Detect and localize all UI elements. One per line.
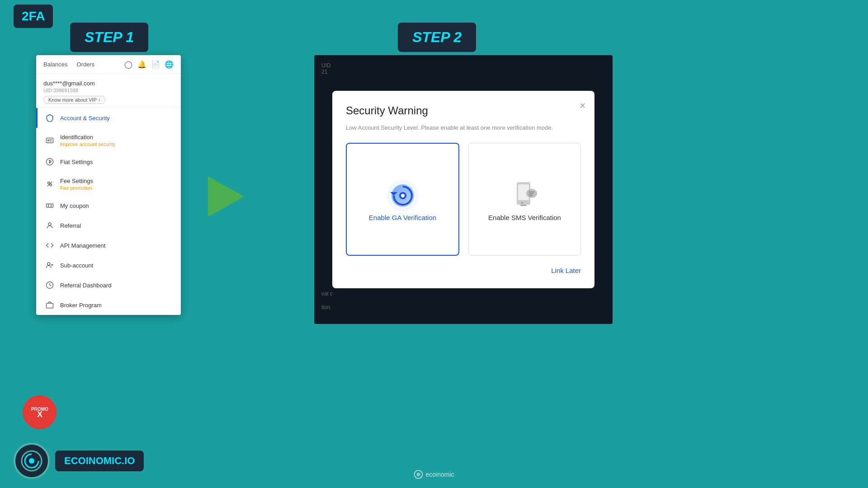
promo-badge: PROMO X bbox=[23, 395, 57, 429]
user-uid: UID:398691598 bbox=[43, 88, 174, 93]
svg-text:X: X bbox=[37, 410, 42, 419]
menu-label-identification: Identification bbox=[60, 134, 93, 141]
menu-item-api[interactable]: API Management bbox=[36, 235, 181, 255]
clock-icon bbox=[45, 280, 55, 290]
bottom-branding: ECOINOMIC.IO bbox=[14, 443, 144, 479]
nav-balances[interactable]: Balances bbox=[43, 61, 67, 68]
person-icon bbox=[45, 221, 55, 230]
menu-item-fee-settings[interactable]: Fee Settings Fee promotion bbox=[36, 172, 181, 196]
menu-label-api: API Management bbox=[60, 242, 105, 249]
svg-point-4 bbox=[50, 184, 52, 186]
menu-item-fiat-settings[interactable]: Fiat Settings bbox=[36, 152, 181, 172]
nav-orders[interactable]: Orders bbox=[76, 61, 94, 68]
code-icon bbox=[45, 240, 55, 250]
svg-point-29 bbox=[416, 473, 420, 476]
modal-close-button[interactable]: × bbox=[580, 100, 585, 112]
ecoinomic-logo-icon bbox=[20, 450, 43, 472]
svg-point-17 bbox=[521, 202, 523, 204]
menu-label-sub-account: Sub-account bbox=[60, 262, 93, 269]
svg-point-14 bbox=[401, 194, 405, 197]
menu-label-broker: Broker Program bbox=[60, 302, 102, 309]
modal-footer: Link Later bbox=[346, 267, 581, 275]
menu-label-coupon: My coupon bbox=[60, 202, 89, 209]
menu-item-identification[interactable]: Identification Improve account security bbox=[36, 128, 181, 152]
link-later-button[interactable]: Link Later bbox=[551, 267, 581, 274]
menu-item-sub-account[interactable]: Sub-account bbox=[36, 255, 181, 275]
shield-icon bbox=[45, 113, 55, 123]
svg-rect-22 bbox=[529, 195, 533, 196]
ga-verification-icon bbox=[385, 178, 421, 214]
svg-point-6 bbox=[48, 223, 51, 225]
modal-options: Enable GA Verification Enable SMS Ve bbox=[346, 143, 581, 256]
bottom-watermark: ecoinomic bbox=[414, 470, 454, 479]
ga-verification-option[interactable]: Enable GA Verification bbox=[346, 143, 459, 256]
menu-item-referral[interactable]: Referral bbox=[36, 216, 181, 235]
user-icon[interactable]: ◯ bbox=[124, 60, 133, 69]
2fa-badge: 2FA bbox=[14, 5, 53, 28]
sms-verification-label: Enable SMS Verification bbox=[488, 214, 561, 221]
menu-sublabel-fee-settings: Fee promotion bbox=[60, 185, 93, 191]
svg-rect-5 bbox=[47, 204, 53, 207]
percent-icon bbox=[45, 179, 55, 189]
svg-rect-20 bbox=[529, 192, 534, 192]
vip-button[interactable]: Know more about VIP › bbox=[43, 96, 105, 104]
document-icon[interactable]: 📄 bbox=[151, 60, 160, 69]
id-card-icon bbox=[45, 135, 55, 145]
bell-icon[interactable]: 🔔 bbox=[137, 60, 146, 69]
user-email: dus****@gmail.com bbox=[43, 80, 174, 87]
sms-verification-icon bbox=[507, 178, 543, 214]
left-dropdown-panel: Balances Orders ◯ 🔔 📄 🌐 dus****@gmail.co… bbox=[36, 55, 181, 315]
nav-bar: Balances Orders ◯ 🔔 📄 🌐 bbox=[36, 55, 181, 74]
menu-label-referral-dashboard: Referral Dashboard bbox=[60, 282, 111, 289]
user-info: dus****@gmail.com UID:398691598 Know mor… bbox=[36, 74, 181, 108]
right-panel: UID 21 val c tion × Security Warning Low… bbox=[314, 55, 613, 324]
menu-item-referral-dashboard[interactable]: Referral Dashboard bbox=[36, 275, 181, 295]
watermark-icon bbox=[414, 470, 423, 479]
briefcase-icon bbox=[45, 300, 55, 310]
menu-item-broker[interactable]: Broker Program bbox=[36, 295, 181, 315]
menu-item-coupon[interactable]: My coupon bbox=[36, 196, 181, 216]
menu-sublabel-identification: Improve account security bbox=[60, 141, 115, 147]
svg-rect-21 bbox=[529, 193, 533, 194]
security-warning-modal: × Security Warning Low Account Security … bbox=[332, 91, 594, 289]
menu-label-referral: Referral bbox=[60, 222, 81, 229]
svg-rect-18 bbox=[520, 205, 527, 206]
ga-verification-label: Enable GA Verification bbox=[369, 214, 436, 221]
svg-point-27 bbox=[29, 458, 34, 464]
sms-verification-option[interactable]: Enable SMS Verification bbox=[468, 143, 581, 256]
menu-item-account-security[interactable]: Account & Security bbox=[36, 108, 181, 128]
logo-circle bbox=[14, 443, 50, 479]
svg-point-1 bbox=[48, 140, 49, 141]
globe-icon[interactable]: 🌐 bbox=[165, 60, 174, 69]
logo-text: ECOINOMIC.IO bbox=[55, 450, 144, 471]
modal-overlay: × Security Warning Low Account Security … bbox=[314, 55, 613, 324]
svg-point-3 bbox=[48, 182, 50, 184]
person-add-icon bbox=[45, 260, 55, 270]
menu-label-fee-settings: Fee Settings bbox=[60, 178, 93, 184]
arrow-indicator bbox=[208, 176, 244, 217]
coupon-icon bbox=[45, 201, 55, 211]
svg-rect-9 bbox=[47, 303, 53, 308]
menu-label-fiat-settings: Fiat Settings bbox=[60, 159, 93, 165]
modal-description: Low Account Security Level. Please enabl… bbox=[346, 123, 581, 132]
modal-title: Security Warning bbox=[346, 104, 581, 117]
menu-label-account-security: Account & Security bbox=[60, 115, 110, 122]
step1-label: STEP 1 bbox=[70, 23, 148, 52]
fiat-icon bbox=[45, 157, 55, 167]
svg-point-7 bbox=[47, 263, 50, 265]
step2-label: STEP 2 bbox=[398, 23, 476, 52]
